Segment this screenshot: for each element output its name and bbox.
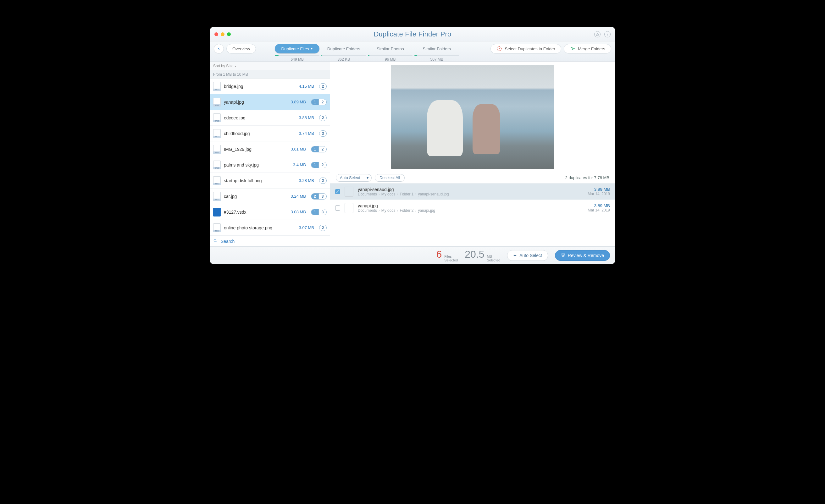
duplicates-summary: 2 duplicates for 7.78 MB <box>565 175 609 180</box>
file-name: yanapi.jpg <box>224 100 288 105</box>
list-item[interactable]: edceee.jpg3.88 MB2 <box>210 110 330 126</box>
tab-label: Similar Folders <box>415 44 459 54</box>
files-count: 6 <box>436 249 442 260</box>
tab-size: 96 MB <box>385 57 396 62</box>
merge-folders-button[interactable]: Merge Folders <box>564 44 611 54</box>
checkbox[interactable] <box>335 205 340 211</box>
duplicate-list-toolbar: Auto Select ▾ Deselect All 2 duplicates … <box>330 172 615 183</box>
range-label: From 1 MB to 10 MB <box>213 72 248 77</box>
duplicate-file-name: yanapi-senaud.jpg <box>358 187 583 192</box>
list-item[interactable]: childhood.jpg3.74 MB3 <box>210 126 330 142</box>
list-item[interactable]: online photo storage.png3.07 MB2 <box>210 220 330 236</box>
titlebar: Duplicate File Finder Pro i <box>210 27 615 41</box>
file-list[interactable]: bridge.jpg4.15 MB2yanapi.jpg3.89 MB12edc… <box>210 79 330 236</box>
category-tabs: Duplicate Files ▼649 MBDuplicate Folders… <box>275 44 459 62</box>
merge-folders-label: Merge Folders <box>578 47 605 51</box>
file-type-icon <box>213 113 221 122</box>
tab-size: 649 MB <box>291 57 304 62</box>
file-type-icon <box>213 145 221 154</box>
review-remove-label: Review & Remove <box>568 253 604 258</box>
tab-duplicate-files[interactable]: Duplicate Files ▼649 MB <box>275 44 319 62</box>
search-field[interactable]: Search <box>210 236 330 246</box>
count-badge: 3 <box>319 131 327 137</box>
wand-icon: ✦ <box>513 253 517 258</box>
file-size: 3.74 MB <box>299 131 314 136</box>
footer: 6 FilesSelected 20.5 MBSelected ✦ Auto S… <box>210 246 615 264</box>
merge-icon <box>570 46 575 52</box>
selection-badge-pair[interactable]: 12 <box>311 146 327 152</box>
file-size: 3.61 MB <box>291 147 306 152</box>
file-size: 3.07 MB <box>299 225 314 230</box>
file-type-icon <box>345 203 353 213</box>
duplicate-file-name: yanapi.jpg <box>358 203 583 208</box>
duplicate-file-path: Documents›My docs›Folder 2›yanapi.jpg <box>358 208 583 213</box>
mb-count: 20.5 <box>465 249 484 260</box>
selection-badge-pair[interactable]: 12 <box>311 162 327 168</box>
app-window: Duplicate File Finder Pro i Overview Dup… <box>210 27 615 264</box>
file-size: 4.15 MB <box>299 84 314 89</box>
footer-auto-select-button[interactable]: ✦ Auto Select <box>507 250 548 261</box>
file-size: 3.89 MB <box>291 100 306 104</box>
duplicate-file-path: Documents›My docs›Folder 1›yanapi-senaud… <box>358 192 583 196</box>
duplicate-row[interactable]: yanapi.jpgDocuments›My docs›Folder 2›yan… <box>330 200 615 216</box>
back-button[interactable] <box>214 44 224 54</box>
tab-progress <box>415 55 459 56</box>
tab-label: Duplicate Files ▼ <box>275 44 319 54</box>
list-item[interactable]: #3127.vsdx3.08 MB13 <box>210 204 330 220</box>
sort-dropdown[interactable]: Sort by Size <box>210 62 330 70</box>
file-name: startup disk full.png <box>224 178 296 183</box>
content-area: Sort by Size From 1 MB to 10 MB bridge.j… <box>210 62 615 246</box>
file-size: 3.88 MB <box>299 115 314 120</box>
tab-progress <box>321 55 366 56</box>
tab-size: 362 KB <box>338 57 350 62</box>
list-item[interactable]: IMG_1929.jpg3.61 MB12 <box>210 142 330 157</box>
selection-badge-pair[interactable]: 13 <box>311 209 327 215</box>
tab-label: Duplicate Folders <box>321 44 366 54</box>
svg-line-4 <box>216 241 217 242</box>
files-selected-stat: 6 FilesSelected <box>436 249 458 262</box>
file-name: #3127.vsdx <box>224 209 288 215</box>
file-type-icon <box>213 192 221 201</box>
duplicate-file-date: Mar 14, 2019 <box>588 208 610 213</box>
auto-select-dropdown[interactable]: Auto Select ▾ <box>336 174 372 182</box>
chevron-down-icon[interactable]: ▾ <box>364 174 371 181</box>
deselect-all-button[interactable]: Deselect All <box>375 174 405 182</box>
selection-badge-pair[interactable]: 12 <box>311 99 327 105</box>
file-size: 3.24 MB <box>291 194 306 198</box>
list-item[interactable]: startup disk full.png3.28 MB2 <box>210 173 330 188</box>
list-item[interactable]: palms and sky.jpg3.4 MB12 <box>210 157 330 173</box>
list-item[interactable]: yanapi.jpg3.89 MB12 <box>210 94 330 110</box>
image-preview <box>330 62 615 172</box>
tab-similar-photos[interactable]: Similar Photos96 MB <box>368 44 412 62</box>
checkbox[interactable]: ✓ <box>335 189 340 194</box>
file-name: bridge.jpg <box>224 84 296 89</box>
file-name: car.jpg <box>224 194 288 199</box>
overview-button[interactable]: Overview <box>226 44 256 54</box>
file-type-icon <box>213 82 221 91</box>
duplicate-file-size: 3.89 MB <box>594 187 610 192</box>
file-name: edceee.jpg <box>224 115 296 120</box>
file-name: palms and sky.jpg <box>224 162 290 167</box>
toolbar: Overview Duplicate Files ▼649 MBDuplicat… <box>210 41 615 62</box>
list-item[interactable]: car.jpg3.24 MB23 <box>210 188 330 204</box>
tab-duplicate-folders[interactable]: Duplicate Folders362 KB <box>321 44 366 62</box>
file-type-icon <box>213 224 221 232</box>
duplicate-row[interactable]: ✓yanapi-senaud.jpgDocuments›My docs›Fold… <box>330 183 615 200</box>
count-badge: 2 <box>319 225 327 231</box>
file-name: IMG_1929.jpg <box>224 147 288 152</box>
file-type-icon <box>213 161 221 169</box>
tab-label: Similar Photos <box>368 44 412 54</box>
search-label: Search <box>221 239 235 244</box>
file-size: 3.08 MB <box>291 209 306 214</box>
review-remove-button[interactable]: Review & Remove <box>555 250 610 261</box>
duplicate-list: ✓yanapi-senaud.jpgDocuments›My docs›Fold… <box>330 183 615 246</box>
select-duplicates-in-folder-button[interactable]: Select Duplicates in Folder <box>491 44 561 54</box>
selection-badge-pair[interactable]: 23 <box>311 193 327 199</box>
sidebar: Sort by Size From 1 MB to 10 MB bridge.j… <box>210 62 330 246</box>
mb-selected-stat: 20.5 MBSelected <box>465 249 500 262</box>
count-badge: 2 <box>319 115 327 121</box>
tab-similar-folders[interactable]: Similar Folders507 MB <box>415 44 459 62</box>
target-icon <box>497 46 502 52</box>
list-item[interactable]: bridge.jpg4.15 MB2 <box>210 79 330 94</box>
footer-auto-select-label: Auto Select <box>519 253 542 258</box>
